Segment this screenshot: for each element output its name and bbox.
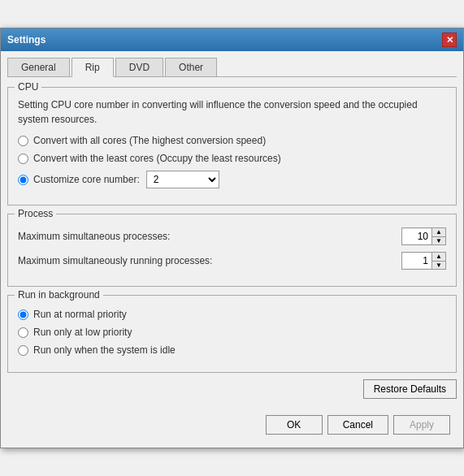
cpu-description: Setting CPU core number in converting wi… <box>18 94 446 127</box>
title-bar: Settings ✕ <box>1 28 463 51</box>
process-group: Process Maximum simultaneous processes: … <box>7 214 457 287</box>
tab-content: CPU Setting CPU core number in convertin… <box>7 84 457 409</box>
low-priority-label: Run only at low priority <box>33 327 132 338</box>
customize-option[interactable]: Customize core number: 1 2 3 4 <box>18 171 446 188</box>
max-simultaneous-up[interactable]: ▲ <box>432 228 445 236</box>
settings-window: Settings ✕ General Rip DVD Other CPU Set… <box>0 28 464 448</box>
cpu-group-label: CPU <box>15 81 41 93</box>
customize-label: Customize core number: <box>33 174 140 185</box>
max-simultaneous-down[interactable]: ▼ <box>432 236 445 244</box>
window-body: General Rip DVD Other CPU Setting CPU co… <box>1 51 463 448</box>
cancel-button[interactable]: Cancel <box>327 415 388 435</box>
max-running-spinner: ▲ ▼ <box>401 252 446 270</box>
low-priority-radio[interactable] <box>18 327 28 338</box>
footer-area: OK Cancel Apply <box>7 409 457 441</box>
tab-other[interactable]: Other <box>165 58 217 76</box>
idle-label: Run only when the system is idle <box>33 344 176 356</box>
max-running-down[interactable]: ▼ <box>432 261 445 269</box>
restore-defaults-button[interactable]: Restore Defaults <box>363 379 457 399</box>
core-number-dropdown[interactable]: 1 2 3 4 <box>146 171 219 188</box>
process-table: Maximum simultaneous processes: ▲ ▼ Maxi… <box>18 221 446 270</box>
background-group: Run in background Run at normal priority… <box>7 295 457 373</box>
max-running-spinner-buttons: ▲ ▼ <box>431 253 445 269</box>
restore-row: Restore Defaults <box>7 373 457 399</box>
least-cores-radio[interactable] <box>18 154 28 164</box>
close-button[interactable]: ✕ <box>442 32 457 47</box>
ok-button[interactable]: OK <box>266 415 323 435</box>
max-running-input[interactable] <box>402 253 431 268</box>
customize-radio[interactable] <box>18 175 28 185</box>
max-simultaneous-spinner: ▲ ▼ <box>401 227 446 245</box>
least-cores-option[interactable]: Convert with the least cores (Occupy the… <box>18 153 446 164</box>
normal-priority-option[interactable]: Run at normal priority <box>18 309 446 320</box>
tab-dvd[interactable]: DVD <box>115 58 163 76</box>
tab-bar: General Rip DVD Other <box>7 58 457 77</box>
max-running-row: Maximum simultaneously running processes… <box>18 252 446 270</box>
bottom-section: Restore Defaults <box>7 373 457 405</box>
normal-priority-label: Run at normal priority <box>33 309 127 320</box>
cpu-group: CPU Setting CPU core number in convertin… <box>7 87 457 206</box>
max-simultaneous-spinner-buttons: ▲ ▼ <box>431 228 445 244</box>
max-simultaneous-label: Maximum simultaneous processes: <box>18 231 401 242</box>
idle-radio[interactable] <box>18 345 28 356</box>
normal-priority-radio[interactable] <box>18 309 28 320</box>
all-cores-label: Convert with all cores (The highest conv… <box>33 135 266 146</box>
tab-rip[interactable]: Rip <box>72 58 114 77</box>
background-group-label: Run in background <box>15 289 103 301</box>
background-options: Run at normal priority Run only at low p… <box>18 302 446 356</box>
max-running-label: Maximum simultaneously running processes… <box>18 255 401 266</box>
apply-button[interactable]: Apply <box>393 415 450 435</box>
max-simultaneous-row: Maximum simultaneous processes: ▲ ▼ <box>18 227 446 245</box>
max-running-up[interactable]: ▲ <box>432 253 445 261</box>
least-cores-label: Convert with the least cores (Occupy the… <box>33 153 281 164</box>
max-simultaneous-input[interactable] <box>402 229 431 244</box>
window-title: Settings <box>7 34 46 45</box>
all-cores-option[interactable]: Convert with all cores (The highest conv… <box>18 135 446 146</box>
process-group-label: Process <box>15 208 56 219</box>
idle-option[interactable]: Run only when the system is idle <box>18 344 446 356</box>
tab-general[interactable]: General <box>7 58 70 76</box>
all-cores-radio[interactable] <box>18 136 28 146</box>
low-priority-option[interactable]: Run only at low priority <box>18 327 446 338</box>
